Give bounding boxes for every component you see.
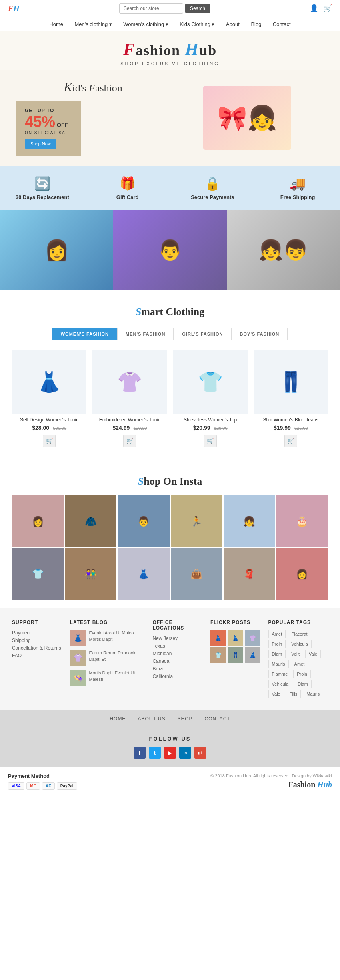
product-cart-btn-3[interactable]: 🛒: [204, 435, 217, 447]
gallery-item-1: 👩: [0, 210, 113, 290]
flickr-5[interactable]: 👖: [228, 647, 243, 663]
support-cancellation[interactable]: Cancellation & Returns: [12, 645, 62, 651]
product-cart-btn-4[interactable]: 🛒: [284, 435, 297, 447]
office-ca[interactable]: Canada: [152, 658, 202, 664]
support-payment[interactable]: Payment: [12, 630, 62, 636]
insta-item-11[interactable]: 🧣: [224, 548, 275, 600]
tag-vehicula2[interactable]: Vehicula: [268, 680, 292, 688]
blog-item-3[interactable]: 👒 Mortis Dapiti Eveniet Ut Malesti: [70, 670, 145, 686]
insta-item-7[interactable]: 👕: [12, 548, 64, 600]
office-tx[interactable]: Texas: [152, 643, 202, 649]
tag-mauris2[interactable]: Mauris: [303, 690, 323, 698]
insta-item-10[interactable]: 👜: [171, 548, 222, 600]
tag-amet[interactable]: Amet: [268, 630, 286, 638]
main-nav: Home Men's clothing ▾ Women's clothing ▾…: [0, 17, 340, 31]
search-button[interactable]: Search: [185, 4, 210, 13]
flickr-1[interactable]: 👗: [210, 630, 226, 646]
insta-item-2[interactable]: 🧥: [65, 495, 116, 547]
nav-about[interactable]: About: [226, 21, 240, 27]
product-price-2: $24.99: [112, 425, 130, 431]
tag-velit[interactable]: Velit: [288, 650, 303, 658]
footer-nav: Home About Us Shop Contact: [0, 710, 340, 728]
product-image-3: 👕: [173, 350, 248, 414]
logo[interactable]: FH: [8, 4, 20, 13]
tab-mens-fashion[interactable]: Men's Fashion: [117, 328, 174, 340]
tab-boys-fashion[interactable]: Boy's Fashion: [232, 328, 288, 340]
nav-mens[interactable]: Men's clothing ▾: [74, 21, 112, 27]
tag-vale[interactable]: Vale: [305, 650, 321, 658]
cart-icon[interactable]: 🛒: [323, 4, 332, 13]
hero-title: Kid's Fashion: [16, 80, 170, 95]
footer-tags: POPULAR TAGS Amet Placerat Proin Vehicul…: [268, 620, 328, 698]
tag-vehicula[interactable]: Vehicula: [288, 640, 312, 648]
flickr-4[interactable]: 👕: [210, 647, 226, 663]
office-mi[interactable]: Michigan: [152, 651, 202, 656]
office-nj[interactable]: New Jersey: [152, 636, 202, 641]
office-br[interactable]: Brazil: [152, 666, 202, 672]
social-youtube[interactable]: ▶: [164, 747, 176, 759]
tag-amet2[interactable]: Amet: [291, 660, 308, 668]
tag-diam[interactable]: Diam: [268, 650, 286, 658]
nav-blog[interactable]: Blog: [251, 21, 261, 27]
gallery-section: 👩 👨 👧👦: [0, 210, 340, 290]
support-shipping[interactable]: Shipping: [12, 638, 62, 643]
tag-diam2[interactable]: Diam: [294, 680, 312, 688]
footer-nav-home[interactable]: Home: [110, 716, 126, 722]
nav-contact[interactable]: Contact: [273, 21, 291, 27]
promo-percent: 45% OFF: [25, 113, 72, 131]
tab-girls-fashion[interactable]: Girl's Fashion: [174, 328, 231, 340]
footer-flickr: FLICKR POSTS 👗 👗 👚 👕 👖 👗: [210, 620, 260, 698]
product-card-4: 👖 Slim Women's Blue Jeans $19.99 $26.00 …: [254, 350, 328, 447]
product-cart-btn-1[interactable]: 🛒: [43, 435, 56, 447]
hero-left: Kid's Fashion GET UP TO 45% OFF ON SPECI…: [16, 80, 170, 156]
insta-item-8[interactable]: 👫: [65, 548, 116, 600]
tag-filis[interactable]: Filis: [286, 690, 301, 698]
insta-section: Shop On Insta 👩 🧥 👨 🏃 👧 🎂 👕 👫 👗 👜 🧣 👩: [0, 463, 340, 608]
flickr-6[interactable]: 👗: [245, 647, 260, 663]
social-twitter[interactable]: t: [149, 747, 161, 759]
blog-text-1: Eveniet Arcot Ut Maieo Mortis Dapiti: [89, 630, 145, 646]
replacement-icon: 🔄: [6, 176, 79, 191]
footer-nav-about[interactable]: About Us: [138, 716, 165, 722]
product-image-1: 👗: [12, 350, 86, 414]
insta-item-4[interactable]: 🏃: [171, 495, 222, 547]
support-faq[interactable]: FAQ: [12, 653, 62, 658]
blog-item-1[interactable]: 👗 Eveniet Arcot Ut Maieo Mortis Dapiti: [70, 630, 145, 646]
tag-proin2[interactable]: Proin: [293, 670, 311, 678]
footer-nav-shop[interactable]: Shop: [178, 716, 193, 722]
social-facebook[interactable]: f: [134, 747, 146, 759]
insta-item-12[interactable]: 👩: [276, 548, 328, 600]
office-cali[interactable]: California: [152, 674, 202, 679]
tag-proin[interactable]: Proin: [268, 640, 286, 648]
nav-home[interactable]: Home: [49, 21, 63, 27]
promo-special: ON SPECIAL SALE: [25, 131, 72, 135]
tags-title: POPULAR TAGS: [268, 620, 328, 625]
tab-womens-fashion[interactable]: Women's Fashion: [52, 328, 117, 340]
replacement-label: 30 Days Replacement: [6, 194, 79, 200]
nav-kids[interactable]: Kids Clothing ▾: [180, 21, 214, 27]
insta-item-3[interactable]: 👨: [118, 495, 169, 547]
insta-item-9[interactable]: 👗: [118, 548, 169, 600]
nav-womens[interactable]: Women's clothing ▾: [123, 21, 168, 27]
product-old-price-4: $26.00: [294, 426, 308, 431]
insta-item-5[interactable]: 👧: [224, 495, 275, 547]
flickr-2[interactable]: 👗: [228, 630, 243, 646]
tag-vale2[interactable]: Vale: [268, 690, 284, 698]
insta-item-6[interactable]: 🎂: [276, 495, 328, 547]
social-googleplus[interactable]: g+: [194, 747, 206, 759]
tag-mauris[interactable]: Mauris: [268, 660, 289, 668]
shop-now-button[interactable]: Shop Now: [25, 139, 56, 149]
insta-item-1[interactable]: 👩: [12, 495, 64, 547]
social-linkedin[interactable]: in: [179, 747, 191, 759]
payment-mc: MC: [26, 782, 40, 790]
search-input[interactable]: [119, 3, 183, 14]
user-icon[interactable]: 👤: [310, 4, 318, 13]
product-cart-btn-2[interactable]: 🛒: [123, 435, 136, 447]
tag-placerat[interactable]: Placerat: [288, 630, 311, 638]
footer-nav-contact[interactable]: Contact: [205, 716, 230, 722]
follow-title: FOLLOW US: [8, 736, 332, 742]
insta-title: Shop On Insta: [12, 475, 328, 487]
tag-flamme[interactable]: Flamme: [268, 670, 292, 678]
blog-item-2[interactable]: 👚 Earum Rerum Temnooki Dapiti Et: [70, 650, 145, 666]
flickr-3[interactable]: 👚: [245, 630, 260, 646]
